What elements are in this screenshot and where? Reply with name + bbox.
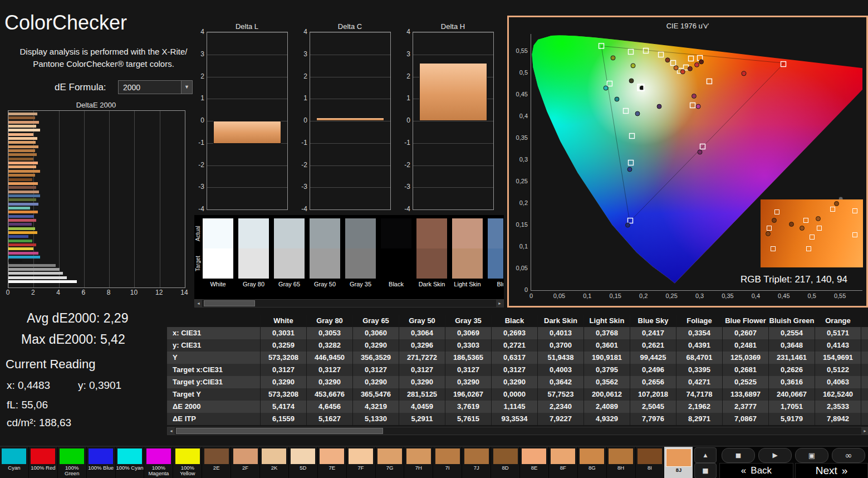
table-cell: 0,2693: [492, 327, 538, 339]
patch-tile-5d[interactable]: 5D: [289, 447, 317, 478]
patch-tile-2e[interactable]: 2E: [202, 447, 231, 478]
patch-tile-8d[interactable]: 8D: [491, 447, 519, 478]
table-cell: 0,2607: [723, 327, 769, 339]
patch-tile-100-yellow[interactable]: 100% Yellow: [173, 447, 202, 478]
patch-tile-8j[interactable]: 8J: [664, 447, 693, 478]
colorchecker-app: ColorChecker Display analysis is perform…: [0, 0, 868, 478]
back-button[interactable]: « Back: [719, 463, 793, 478]
table-header-cell: Gray 50: [399, 315, 445, 327]
rgb-triplet-label: RGB Triplet: 217, 140, 94: [727, 274, 861, 285]
table-cell: 0,3601: [584, 339, 630, 352]
scroll-right-icon[interactable]: ►: [861, 427, 868, 435]
patch-tile-8g[interactable]: 8G: [578, 447, 606, 478]
patch-row: Cyan100% Red100% Green100% Blue100% Cyan…: [0, 447, 693, 478]
color-swatch: Gray 80: [238, 218, 269, 291]
table-cell: 5,2911: [399, 413, 445, 425]
patch-tile-8h[interactable]: 8H: [607, 447, 635, 478]
chevron-down-icon[interactable]: ▼: [181, 81, 192, 94]
table-cell: 4,0459: [399, 401, 445, 413]
patch-tile-7i[interactable]: 7I: [433, 447, 462, 478]
patch-tile-100-cyan[interactable]: 100% Cyan: [116, 447, 144, 478]
patch-tile-2k[interactable]: 2K: [260, 447, 288, 478]
play-button[interactable]: ▶: [758, 448, 792, 463]
delta-y-tick: 0: [193, 116, 204, 124]
patch-tile-100-green[interactable]: 100% Green: [58, 447, 86, 478]
reading-fl: fL: 55,06: [7, 399, 48, 411]
patch-tile-7f[interactable]: 7F: [347, 447, 375, 478]
reading-x: x: 0,4483: [7, 379, 50, 392]
table-scrollbar-thumb[interactable]: [176, 428, 383, 434]
inset-target-square: [830, 207, 835, 212]
patch-tile-7g[interactable]: 7G: [376, 447, 404, 478]
deltae-x-tick: 2: [31, 289, 35, 296]
table-header-cell: Blue Flower: [723, 315, 769, 327]
table-cell: 0,4063: [815, 376, 861, 388]
deltae-bar: [8, 178, 32, 181]
table-cell: 0,3259: [261, 339, 307, 352]
deltae-bar: [8, 145, 38, 148]
deltae-bar: [8, 116, 35, 119]
patch-tile-2f[interactable]: 2F: [231, 447, 259, 478]
color-swatch: Blue: [488, 218, 503, 291]
patch-scroll-down-button[interactable]: ■: [694, 463, 717, 478]
patch-tile-7j[interactable]: 7J: [462, 447, 491, 478]
patch-tile-cyan[interactable]: Cyan: [0, 447, 28, 478]
table-cell: 5,1627: [307, 413, 353, 425]
patch-tile-8e[interactable]: 8E: [520, 447, 548, 478]
description: Display analysis is performed with the X…: [11, 46, 196, 70]
table-cell: 5,1330: [353, 413, 399, 425]
swatch-scrollbar-thumb[interactable]: [204, 300, 255, 306]
table-scrollbar[interactable]: ◄ ►: [167, 427, 868, 435]
patch-scroll-up-button[interactable]: ▲: [694, 447, 717, 463]
patch-tile-100-blue[interactable]: 100% Blue: [87, 447, 115, 478]
table-cell: 0,2621: [630, 339, 676, 352]
delta-y-tick: 4: [193, 28, 204, 36]
delta-charts: Delta L43210-1-2-3-4Delta C43210-1-2-3-4…: [193, 22, 502, 214]
continuous-measure-button[interactable]: ∞: [832, 448, 865, 463]
delta-chart-title: Delta H: [413, 22, 493, 31]
table-cell: 0,6317: [492, 352, 538, 364]
scroll-left-icon[interactable]: ◄: [168, 427, 175, 435]
cie-measured-dot: [698, 150, 702, 154]
next-button[interactable]: Next »: [795, 463, 868, 478]
stop-icon: ■: [735, 452, 741, 459]
cie-x-tick: 0,45: [778, 292, 789, 299]
swatch-scrollbar[interactable]: ◄ ►: [194, 299, 504, 308]
scroll-left-icon[interactable]: ◄: [195, 300, 202, 307]
table-header-cell: Bluish Green: [769, 315, 815, 327]
de-formula-dropdown[interactable]: 2000 ▼: [118, 80, 193, 94]
target-swatch: [238, 248, 269, 279]
chevron-right-icon: »: [842, 465, 848, 477]
single-measure-button[interactable]: ▣: [795, 448, 828, 463]
color-swatch: Gray 35: [345, 218, 376, 291]
delta-y-tick: -1: [296, 139, 307, 147]
inset-measured-dot: [834, 201, 839, 206]
patch-tile-100-red[interactable]: 100% Red: [29, 447, 57, 478]
patch-chip: [609, 448, 633, 464]
table-row-label: Target Y: [167, 388, 261, 401]
delta-chart: Delta H43210-1-2-3-4: [399, 22, 502, 214]
patch-chip: [262, 448, 286, 464]
scroll-right-icon[interactable]: ►: [496, 300, 503, 307]
delta-chart-plot: [207, 32, 288, 210]
patch-tile-8i[interactable]: 8I: [636, 447, 664, 478]
deltae-bar: [8, 264, 56, 267]
patch-tile-7e[interactable]: 7E: [318, 447, 346, 478]
cie-measured-dot: [696, 104, 700, 109]
table-cell: 240,0667: [769, 388, 815, 401]
table-cell: 93,3534: [492, 413, 538, 425]
stop-button[interactable]: ■: [722, 448, 755, 463]
patch-chip: [31, 448, 55, 464]
patch-tile-7h[interactable]: 7H: [404, 447, 433, 478]
table-cell: 0,2: [861, 364, 868, 376]
table-cell: 0,3290: [261, 376, 307, 388]
patch-tile-100-magenta[interactable]: 100% Magenta: [144, 447, 173, 478]
patch-chip: [175, 448, 200, 464]
table-cell: 4,9329: [584, 413, 630, 425]
patch-chip: [493, 448, 518, 464]
table-cell: 57,7523: [538, 388, 584, 401]
patch-tile-8f[interactable]: 8F: [549, 447, 577, 478]
cie-y-tick: 0,15: [516, 221, 528, 228]
delta-y-tick: 1: [296, 94, 307, 102]
inset-measured-dot: [772, 218, 777, 223]
